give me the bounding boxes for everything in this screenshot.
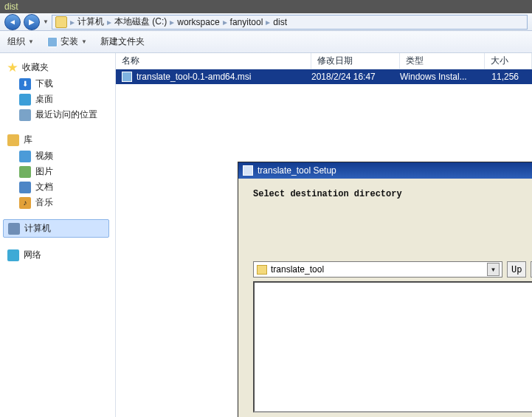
combo-value: translate_tool [271, 264, 324, 275]
sidebar-libraries[interactable]: 库 [3, 131, 112, 148]
column-headers: 名称 修改日期 类型 大小 [116, 53, 532, 69]
breadcrumb-sep: ▸ [266, 17, 270, 27]
chevron-down-icon: ▼ [81, 38, 87, 45]
breadcrumb-seg-drive[interactable]: 本地磁盘 (C:) [114, 15, 167, 28]
toolbar-new-folder[interactable]: 新建文件夹 [100, 35, 145, 48]
file-size: 11,256 [485, 72, 532, 82]
sidebar: 收藏夹 ⬇下载 桌面 最近访问的位置 库 视频 图片 文档 ♪音乐 计算机 网络 [0, 53, 116, 417]
download-icon: ⬇ [19, 78, 31, 90]
folder-icon [257, 265, 267, 275]
breadcrumb-seg-computer[interactable]: 计算机 [77, 15, 104, 28]
computer-icon [8, 223, 20, 235]
col-type[interactable]: 类型 [400, 53, 485, 69]
breadcrumb-seg-workspace[interactable]: workspace [177, 17, 219, 27]
file-type: Windows Instal... [400, 72, 485, 82]
breadcrumb-sep: ▸ [170, 17, 174, 27]
msi-icon [122, 72, 132, 82]
sidebar-item-videos[interactable]: 视频 [3, 148, 112, 164]
sidebar-item-music[interactable]: ♪音乐 [3, 195, 112, 210]
back-button[interactable]: ◄ [4, 14, 21, 30]
dialog-heading: Select destination directory [253, 189, 402, 199]
directory-listbox[interactable] [253, 281, 532, 413]
file-pane: 名称 修改日期 类型 大小 translate_tool-0.1-amd64.m… [116, 53, 532, 417]
toolbar-organize[interactable]: 组织▼ [7, 35, 34, 48]
nav-row: ◄ ▶ ▼ ▸ 计算机 ▸ 本地磁盘 (C:) ▸ workspace ▸ fa… [0, 13, 532, 31]
toolbar-install[interactable]: 安装▼ [47, 35, 87, 48]
file-row-selected[interactable]: translate_tool-0.1-amd64.msi 2018/2/24 1… [116, 69, 532, 84]
chevron-down-icon: ▼ [28, 38, 34, 45]
window-titlebar: dist [0, 0, 532, 13]
combo-dropdown-icon[interactable]: ▼ [487, 263, 500, 276]
forward-button[interactable]: ▶ [24, 14, 40, 30]
network-icon [7, 249, 19, 261]
breadcrumb-seg-fanyitool[interactable]: fanyitool [230, 17, 263, 27]
breadcrumb-sep: ▸ [70, 17, 75, 27]
documents-icon [19, 182, 31, 193]
history-dropdown-icon[interactable]: ▼ [43, 18, 49, 25]
sidebar-item-downloads[interactable]: ⬇下载 [3, 76, 112, 92]
window-title: dist [4, 1, 18, 12]
video-icon [19, 151, 31, 162]
up-button[interactable]: Up [507, 261, 526, 278]
folder-icon [55, 16, 67, 28]
sidebar-computer[interactable]: 计算机 [3, 219, 109, 238]
sidebar-network[interactable]: 网络 [3, 247, 112, 263]
dialog-titlebar[interactable]: translate_tool Setup X [238, 162, 532, 179]
pictures-icon [19, 166, 31, 178]
dialog-title: translate_tool Setup [258, 165, 336, 176]
music-icon: ♪ [19, 197, 31, 209]
col-name[interactable]: 名称 [116, 53, 311, 69]
breadcrumb[interactable]: ▸ 计算机 ▸ 本地磁盘 (C:) ▸ workspace ▸ fanyitoo… [52, 15, 528, 30]
col-date[interactable]: 修改日期 [311, 53, 400, 69]
sidebar-item-desktop[interactable]: 桌面 [3, 92, 112, 107]
recent-icon [19, 109, 31, 121]
installer-icon [243, 165, 253, 176]
breadcrumb-sep: ▸ [107, 17, 111, 27]
sidebar-item-pictures[interactable]: 图片 [3, 164, 112, 179]
installer-icon [47, 37, 58, 47]
breadcrumb-sep: ▸ [223, 17, 227, 27]
explorer-toolbar: 组织▼ 安装▼ 新建文件夹 [0, 31, 532, 53]
sidebar-item-documents[interactable]: 文档 [3, 179, 112, 195]
sidebar-item-recent[interactable]: 最近访问的位置 [3, 107, 112, 123]
setup-dialog: translate_tool Setup X Select destinatio… [238, 162, 532, 417]
libraries-icon [7, 134, 19, 146]
col-size[interactable]: 大小 [485, 53, 532, 69]
file-date: 2018/2/24 16:47 [311, 72, 400, 82]
destination-combo[interactable]: translate_tool ▼ [253, 261, 502, 278]
star-icon [7, 63, 18, 73]
sidebar-favorites[interactable]: 收藏夹 [3, 59, 112, 76]
desktop-icon [19, 94, 31, 106]
file-name: translate_tool-0.1-amd64.msi [137, 72, 251, 82]
breadcrumb-seg-dist[interactable]: dist [273, 17, 287, 27]
